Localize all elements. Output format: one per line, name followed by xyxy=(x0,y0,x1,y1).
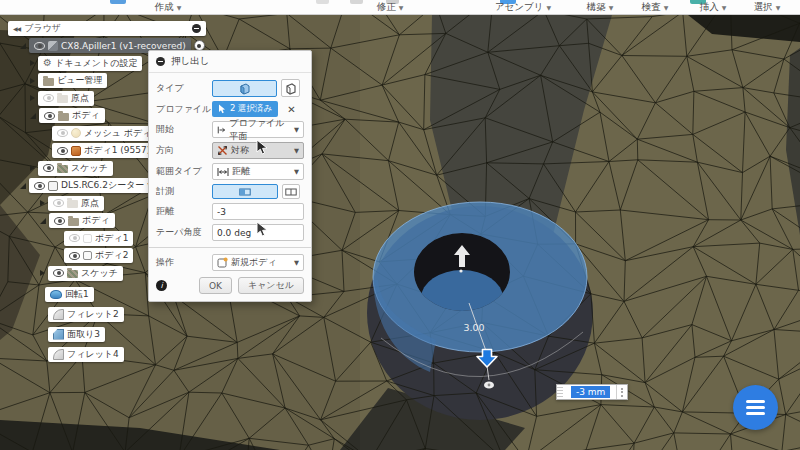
tree-item-label: ボディ2 xyxy=(95,249,128,262)
visibility-eye-icon[interactable] xyxy=(34,42,45,50)
cursor-select-icon xyxy=(218,104,226,114)
top-toolbar: 作成▼ 修正▼ アセンブリ▼ 構築▼ 検査▼ 挿入▼ 選択▼ xyxy=(0,0,800,15)
extrude-solid-icon xyxy=(238,82,251,95)
visibility-eye-icon[interactable] xyxy=(53,269,64,277)
fillet-feature-icon xyxy=(53,349,64,360)
tree-item-label: DLS.RC6.2シーター v xyxy=(61,179,153,192)
solid-body-icon xyxy=(71,146,81,156)
distance-extent-icon xyxy=(217,167,229,177)
expander-icon[interactable] xyxy=(30,60,35,66)
expander-icon[interactable] xyxy=(20,183,26,189)
distance-value-selected[interactable]: -3 mm xyxy=(571,386,610,398)
tree-item-label: ボディ xyxy=(82,214,110,227)
mobile-menu-fab[interactable] xyxy=(733,385,778,430)
menu-select[interactable]: 選択▼ xyxy=(754,1,781,14)
extrude-thin-icon xyxy=(284,82,297,95)
tree-item-label: ボディ xyxy=(72,109,100,122)
menu-construct[interactable]: 構築▼ xyxy=(587,1,614,14)
visibility-eye-icon[interactable] xyxy=(43,94,54,102)
dimension-label: 3.00 xyxy=(463,322,484,333)
collapse-panel-icon[interactable]: ◀◀ xyxy=(13,25,20,32)
expander-icon[interactable] xyxy=(30,113,36,119)
visibility-eye-icon[interactable] xyxy=(57,147,68,155)
info-icon[interactable]: i xyxy=(156,280,167,291)
tree-item-label: 原点 xyxy=(71,92,89,105)
minimize-browser-icon[interactable] xyxy=(192,24,201,33)
extent-type-dropdown[interactable]: 距離 ▼ xyxy=(212,163,304,180)
profile-plane-icon xyxy=(217,125,226,135)
visibility-eye-icon[interactable] xyxy=(43,164,54,172)
folder-icon xyxy=(57,95,68,103)
expander-icon[interactable] xyxy=(40,200,45,206)
menu-inspect[interactable]: 検査▼ xyxy=(642,1,669,14)
browser-header[interactable]: ◀◀ ブラウザ xyxy=(8,21,206,36)
menu-assemble[interactable]: アセンブリ▼ xyxy=(495,1,551,14)
measure-half-icon xyxy=(239,188,251,196)
spinner-dots-icon[interactable] xyxy=(616,385,627,399)
visibility-eye-icon[interactable] xyxy=(53,199,64,207)
feature-item-label: 回転1 xyxy=(65,288,89,301)
operation-value: 新規ボディ xyxy=(231,256,277,269)
operation-dropdown[interactable]: 新規ボディ ▼ xyxy=(212,254,304,271)
extrude-solid-type-button[interactable] xyxy=(212,80,277,97)
center-point xyxy=(459,269,462,272)
clear-selection-icon[interactable]: ✕ xyxy=(287,104,295,115)
visibility-eye-icon[interactable] xyxy=(69,252,80,260)
cancel-button[interactable]: キャンセル xyxy=(238,277,304,294)
extrude-thin-type-button[interactable] xyxy=(281,79,300,97)
mouse-cursor xyxy=(256,139,269,156)
extent-type-value: 距離 xyxy=(232,165,250,178)
floating-distance-input[interactable]: -3 mm xyxy=(556,384,628,400)
feature-item-chamfer3[interactable]: 面取り3 xyxy=(48,327,238,342)
menu-insert[interactable]: 挿入▼ xyxy=(700,1,727,14)
measure-whole-button[interactable] xyxy=(282,184,300,199)
ok-button[interactable]: OK xyxy=(199,277,232,294)
operation-label: 操作 xyxy=(156,256,212,269)
expander-icon[interactable] xyxy=(30,95,35,101)
expander-icon[interactable] xyxy=(40,270,45,276)
tree-item-label: ボディ1 (9557) xyxy=(84,144,150,157)
visibility-eye-icon[interactable] xyxy=(44,112,55,120)
folder-icon xyxy=(58,113,69,121)
start-dropdown[interactable]: プロファイル平面 ▼ xyxy=(212,121,304,138)
expander-icon[interactable] xyxy=(20,43,26,49)
direction-value: 対称 xyxy=(231,144,249,157)
expander-icon[interactable] xyxy=(30,78,35,84)
feature-item-label: 面取り3 xyxy=(67,328,100,341)
profile-label: プロファイル xyxy=(156,103,212,116)
profile-count-label: 2 選択済み xyxy=(230,103,272,115)
profile-selection-chip[interactable]: 2 選択済み xyxy=(212,101,278,117)
visibility-eye-icon[interactable] xyxy=(54,217,65,225)
solid-body-icon xyxy=(83,251,92,260)
drag-handle-icon[interactable] xyxy=(557,385,563,399)
distance-label: 距離 xyxy=(156,205,212,218)
hamburger-icon xyxy=(746,400,765,403)
type-label: タイプ xyxy=(156,82,212,95)
menu-modify[interactable]: 修正▼ xyxy=(377,1,404,14)
distance-input[interactable] xyxy=(212,203,304,220)
expander-icon[interactable] xyxy=(30,165,35,171)
measure-half-button[interactable] xyxy=(212,184,278,199)
toolbar-icon-stub xyxy=(110,0,126,4)
tree-item-label: 原点 xyxy=(81,197,99,210)
extrude-dialog: 押し出し タイプ プロファイル xyxy=(148,50,312,302)
symmetric-direction-icon xyxy=(217,145,228,156)
solid-body-icon xyxy=(83,234,92,243)
visibility-eye-icon[interactable] xyxy=(69,234,80,242)
browser-panel: ◀◀ ブラウザ CX8.Apiller1 (v1-recovered) ⚙ ドキ… xyxy=(8,21,206,36)
browser-title: ブラウザ xyxy=(24,22,61,35)
feature-item-fillet2[interactable]: フィレット2 xyxy=(48,307,238,322)
visibility-eye-icon[interactable] xyxy=(57,129,68,137)
collapse-dialog-icon[interactable] xyxy=(156,57,165,66)
sketch-folder-icon xyxy=(57,165,68,173)
tree-item-label: ビュー管理 xyxy=(57,74,102,87)
gear-icon: ⚙ xyxy=(43,58,52,68)
document-icon xyxy=(48,41,58,51)
menu-create[interactable]: 作成▼ xyxy=(155,1,182,14)
tree-item-label: ドキュメントの設定 xyxy=(55,57,137,70)
expander-icon[interactable] xyxy=(40,218,46,224)
fillet-feature-icon xyxy=(53,309,64,320)
feature-item-fillet4[interactable]: フィレット4 xyxy=(48,347,238,362)
visibility-eye-icon[interactable] xyxy=(34,182,45,190)
measure-label: 計測 xyxy=(156,185,212,198)
